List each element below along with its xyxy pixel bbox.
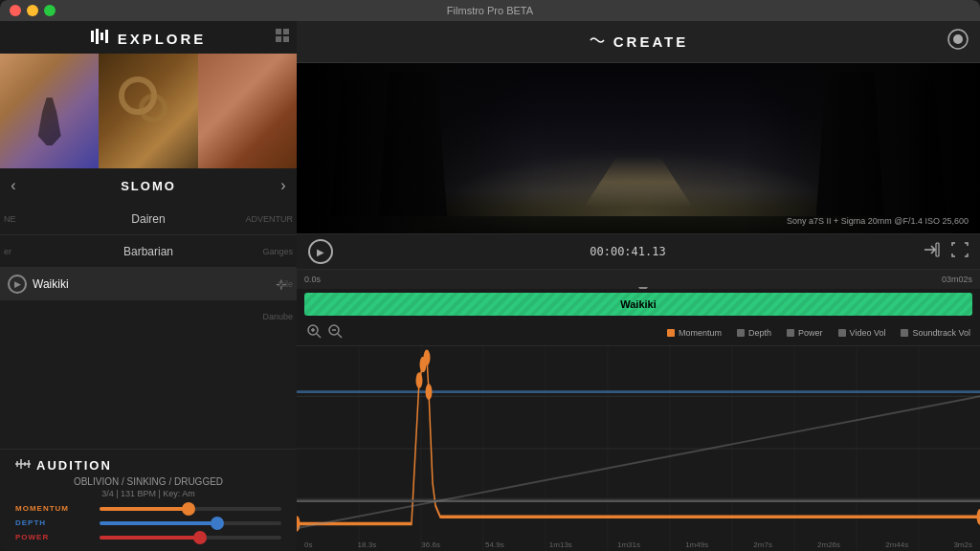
x-label-1: 18.3s xyxy=(358,540,377,549)
explore-header: EXPLORE xyxy=(0,21,297,54)
timeline-block[interactable]: Waikiki xyxy=(304,293,972,316)
maximize-button[interactable] xyxy=(44,5,56,16)
x-label-5: 1m31s xyxy=(617,540,640,549)
svg-rect-3 xyxy=(105,30,108,43)
graph-svg xyxy=(297,346,980,551)
timeline-ruler: 0.0s 03m02s xyxy=(297,270,980,289)
power-slider-row: POWER xyxy=(15,533,281,541)
timeline-section: 0.0s 03m02s Waikiki xyxy=(297,270,980,320)
timeline-block-label: Waikiki xyxy=(620,298,657,310)
video-caption: Sony a7S II + Sigma 20mm @F/1.4 ISO 25,6… xyxy=(787,216,969,226)
video-area: Sony a7S II + Sigma 20mm @F/1.4 ISO 25,6… xyxy=(297,63,980,233)
timeline-track[interactable]: Waikiki xyxy=(297,289,980,320)
legend-depth-dot xyxy=(737,329,745,337)
track-name-dairen: Dairen xyxy=(131,212,165,226)
depth-slider-row: DEPTH xyxy=(15,518,281,527)
category-nav: ‹ SLOMO › xyxy=(0,168,297,203)
legend-video-vol-dot xyxy=(838,329,846,337)
x-label-0: 0s xyxy=(304,540,312,549)
explore-title: EXPLORE xyxy=(118,31,207,47)
x-label-4: 1m13s xyxy=(549,540,572,549)
svg-line-17 xyxy=(317,334,321,338)
thumbnail-dance[interactable] xyxy=(0,54,99,168)
category-name: SLOMO xyxy=(27,179,270,193)
legend-momentum: Momentum xyxy=(667,328,722,338)
track-barbarian[interactable]: Barbarian xyxy=(0,235,297,268)
timecode-display: 00:00:41.13 xyxy=(343,245,913,258)
track-waikiki[interactable]: ▶ Waikiki ⊹ xyxy=(0,268,297,300)
momentum-label: MOMENTUM xyxy=(15,504,92,513)
app-title: Filmstro Pro BETA xyxy=(447,5,533,16)
track-name-barbarian: Barbarian xyxy=(123,245,173,258)
legend-video-vol-label: Video Vol xyxy=(850,328,886,338)
svg-rect-15 xyxy=(936,243,939,256)
audition-track-name: OBLIVION / SINKING / DRUGGED xyxy=(15,476,281,487)
audition-icon xyxy=(15,457,31,474)
thumbnail-gears[interactable] xyxy=(99,54,197,168)
graph-toolbar: Momentum Depth Power Video Vol xyxy=(297,320,980,346)
prev-category-button[interactable]: ‹ xyxy=(0,168,27,203)
track-play-icon[interactable]: ▶ xyxy=(8,275,27,294)
export-transport-icon[interactable] xyxy=(923,242,940,261)
legend-momentum-label: Momentum xyxy=(679,328,722,338)
move-handle-icon[interactable]: ⊹ xyxy=(276,276,287,292)
ruler-start: 0.0s xyxy=(304,275,321,284)
graph-x-labels: 0s 18.3s 36.6s 54.9s 1m13s 1m31s 1m49s 2… xyxy=(297,540,980,549)
tree-4 xyxy=(816,72,884,216)
graph-section: Momentum Depth Power Video Vol xyxy=(297,320,980,551)
play-button[interactable]: ▶ xyxy=(308,239,333,264)
svg-point-36 xyxy=(297,516,301,532)
create-header: CREATE xyxy=(297,21,980,63)
audition-meta: 3/4 | 131 BPM | Key: Am xyxy=(15,489,281,498)
app-body: EXPLORE xyxy=(0,21,980,551)
svg-rect-2 xyxy=(100,33,103,40)
window-controls xyxy=(10,5,56,16)
svg-rect-6 xyxy=(276,36,281,42)
close-button[interactable] xyxy=(10,5,21,16)
svg-point-41 xyxy=(977,509,981,525)
depth-slider[interactable] xyxy=(100,521,281,525)
left-panel: EXPLORE xyxy=(0,21,297,551)
grid-view-icon[interactable] xyxy=(276,29,289,46)
legend-depth: Depth xyxy=(737,328,771,338)
x-label-3: 54.9s xyxy=(485,540,504,549)
legend-power-label: Power xyxy=(798,328,823,338)
next-category-button[interactable]: › xyxy=(270,168,297,203)
momentum-slider-row: MOMENTUM xyxy=(15,504,281,513)
svg-point-39 xyxy=(424,350,431,366)
svg-rect-5 xyxy=(283,29,289,34)
x-label-6: 1m49s xyxy=(685,540,708,549)
svg-line-21 xyxy=(338,334,342,338)
x-label-10: 3m2s xyxy=(953,540,972,549)
track-list: NE er ADVENTUR Ganges Nile Danube Dairen… xyxy=(0,203,297,449)
audition-title: AUDITION xyxy=(36,458,112,473)
titlebar: Filmstro Pro BETA xyxy=(0,0,980,21)
graph-canvas: 0s 18.3s 36.6s 54.9s 1m13s 1m31s 1m49s 2… xyxy=(297,346,980,551)
x-label-2: 36.6s xyxy=(421,540,440,549)
minimize-button[interactable] xyxy=(27,5,38,16)
legend-soundtrack-vol-dot xyxy=(901,329,908,337)
fullscreen-icon[interactable] xyxy=(951,242,969,261)
momentum-slider[interactable] xyxy=(100,507,281,511)
svg-rect-0 xyxy=(91,31,94,42)
audition-header: AUDITION xyxy=(15,457,281,474)
thumbnail-forest[interactable] xyxy=(198,54,297,168)
zoom-in-button[interactable] xyxy=(306,323,322,342)
thumbnails-row xyxy=(0,54,297,168)
legend-soundtrack-vol-label: Soundtrack Vol xyxy=(912,328,970,338)
svg-point-14 xyxy=(953,34,963,44)
svg-point-40 xyxy=(426,384,433,400)
zoom-out-button[interactable] xyxy=(327,323,343,342)
depth-label: DEPTH xyxy=(15,518,92,527)
audition-section: AUDITION OBLIVION / SINKING / DRUGGED 3/… xyxy=(0,449,297,551)
power-slider[interactable] xyxy=(100,536,281,540)
export-button[interactable] xyxy=(947,29,969,55)
svg-rect-4 xyxy=(276,29,281,34)
svg-rect-1 xyxy=(96,29,99,44)
legend-power: Power xyxy=(787,328,823,338)
create-title: CREATE xyxy=(613,33,689,50)
svg-point-37 xyxy=(416,372,423,388)
graph-legend: Momentum Depth Power Video Vol xyxy=(667,328,970,338)
svg-rect-7 xyxy=(283,36,289,42)
track-dairen[interactable]: Dairen xyxy=(0,203,297,235)
